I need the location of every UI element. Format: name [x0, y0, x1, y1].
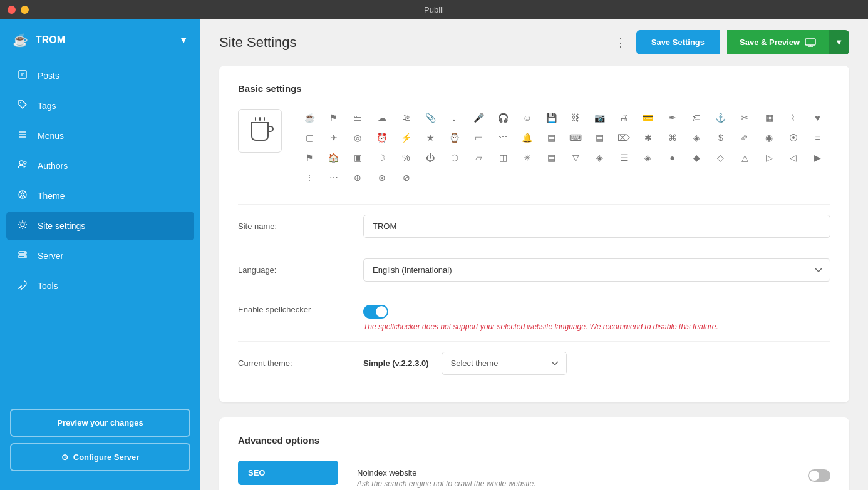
- icon-cell-57[interactable]: ☰: [615, 149, 633, 166]
- icon-cell-48[interactable]: %: [398, 149, 415, 166]
- preview-changes-button[interactable]: Preview your changes: [10, 409, 190, 437]
- icon-cell-49[interactable]: ⏻: [421, 149, 439, 166]
- icon-cell-2[interactable]: 🗃: [349, 109, 366, 126]
- icon-cell-1[interactable]: ⚑: [325, 109, 343, 126]
- noindex-toggle[interactable]: [808, 469, 830, 482]
- sidebar-item-theme[interactable]: Theme: [6, 181, 194, 210]
- sidebar-item-authors[interactable]: Authors: [6, 151, 194, 180]
- icon-cell-41[interactable]: ◉: [760, 129, 778, 146]
- sidebar-item-posts[interactable]: Posts: [6, 61, 194, 90]
- icon-cell-38[interactable]: ◈: [688, 129, 705, 146]
- icon-cell-9[interactable]: ☺: [519, 109, 536, 126]
- icon-cell-14[interactable]: 💳: [639, 109, 657, 126]
- icon-cell-5[interactable]: 📎: [421, 109, 439, 126]
- icon-cell-44[interactable]: ⚑: [301, 149, 318, 166]
- icon-cell-3[interactable]: ☁: [373, 109, 391, 126]
- icon-cell-40[interactable]: ✐: [736, 129, 753, 146]
- icon-cell-69[interactable]: ⊗: [373, 169, 391, 186]
- svg-line-15: [20, 193, 22, 194]
- icon-cell-65[interactable]: ▶: [809, 149, 826, 166]
- icon-cell-42[interactable]: ⦿: [785, 129, 802, 146]
- icon-cell-19[interactable]: ▦: [760, 109, 778, 126]
- icon-cell-32[interactable]: ▤: [542, 129, 560, 146]
- icon-cell-61[interactable]: ◇: [712, 149, 730, 166]
- icon-cell-13[interactable]: 🖨: [615, 109, 633, 126]
- svg-point-8: [24, 161, 26, 164]
- icon-cell-37[interactable]: ⌘: [664, 129, 681, 146]
- icon-cell-59[interactable]: ●: [664, 149, 681, 166]
- icon-cell-12[interactable]: 📷: [591, 109, 609, 126]
- icon-cell-25[interactable]: ⏰: [373, 129, 391, 146]
- sidebar-item-site-settings[interactable]: Site settings: [6, 212, 194, 240]
- tools-icon: [16, 280, 29, 292]
- icon-cell-39[interactable]: $: [712, 129, 730, 146]
- icon-cell-60[interactable]: ◆: [688, 149, 705, 166]
- icon-cell-4[interactable]: 🛍: [398, 109, 415, 126]
- icon-cell-64[interactable]: ◁: [785, 149, 802, 166]
- icon-cell-22[interactable]: ▢: [301, 129, 318, 146]
- adv-tab-seo[interactable]: SEO: [238, 461, 338, 485]
- icon-cell-7[interactable]: 🎤: [470, 109, 487, 126]
- save-settings-button[interactable]: Save Settings: [636, 30, 720, 54]
- sidebar-item-menus[interactable]: Menus: [6, 121, 194, 150]
- icon-cell-17[interactable]: ⚓: [712, 109, 730, 126]
- icon-cell-31[interactable]: 🔔: [519, 129, 536, 146]
- icon-cell-35[interactable]: ⌦: [615, 129, 633, 146]
- advanced-tab-content: Noindex website Ask the search engine no…: [338, 461, 830, 490]
- sidebar-dropdown-icon[interactable]: ▼: [179, 35, 188, 45]
- language-select[interactable]: English (International): [363, 258, 830, 282]
- minimize-btn[interactable]: [21, 6, 29, 14]
- sidebar-item-tools[interactable]: Tools: [6, 272, 194, 300]
- icon-cell-0[interactable]: ☕: [301, 109, 318, 126]
- icon-cell-28[interactable]: ⌚: [446, 129, 463, 146]
- current-icon-display[interactable]: [238, 109, 282, 153]
- icon-cell-51[interactable]: ▱: [470, 149, 487, 166]
- icon-cell-45[interactable]: 🏠: [325, 149, 343, 166]
- save-preview-button[interactable]: Save & Preview: [727, 30, 829, 54]
- icon-cell-33[interactable]: ⌨: [567, 129, 584, 146]
- more-menu-button[interactable]: ⋮: [612, 33, 629, 52]
- icon-cell-27[interactable]: ★: [421, 129, 439, 146]
- icon-cell-50[interactable]: ⬡: [446, 149, 463, 166]
- icon-cell-20[interactable]: ⌇: [785, 109, 802, 126]
- icon-cell-15[interactable]: ✒: [664, 109, 681, 126]
- icon-cell-66[interactable]: ⋮: [301, 169, 318, 186]
- close-btn[interactable]: [8, 6, 16, 14]
- icon-cell-30[interactable]: 〰: [494, 129, 512, 146]
- icon-cell-63[interactable]: ▷: [760, 149, 778, 166]
- icon-cell-16[interactable]: 🏷: [688, 109, 705, 126]
- sidebar-item-authors-label: Authors: [38, 161, 68, 171]
- select-theme-dropdown[interactable]: Select theme: [442, 352, 567, 375]
- icon-cell-34[interactable]: ▤: [591, 129, 609, 146]
- save-preview-dropdown-button[interactable]: ▼: [829, 30, 849, 54]
- icon-cell-8[interactable]: 🎧: [494, 109, 512, 126]
- icon-cell-47[interactable]: ☽: [373, 149, 391, 166]
- icon-cell-26[interactable]: ⚡: [398, 129, 415, 146]
- icon-cell-56[interactable]: ◈: [591, 149, 609, 166]
- icon-cell-53[interactable]: ✳: [519, 149, 536, 166]
- icon-cell-24[interactable]: ◎: [349, 129, 366, 146]
- icon-cell-62[interactable]: △: [736, 149, 753, 166]
- icon-cell-70[interactable]: ⊘: [398, 169, 415, 186]
- icon-cell-43[interactable]: ≡: [809, 129, 826, 146]
- icon-cell-55[interactable]: ▽: [567, 149, 584, 166]
- icon-cell-29[interactable]: ▭: [470, 129, 487, 146]
- icon-cell-23[interactable]: ✈: [325, 129, 343, 146]
- icon-cell-11[interactable]: ⛓: [567, 109, 584, 126]
- site-name-input[interactable]: [363, 215, 830, 238]
- icon-cell-18[interactable]: ✂: [736, 109, 753, 126]
- configure-server-button[interactable]: ⊙ Configure Server: [10, 443, 190, 471]
- icon-cell-21[interactable]: ♥: [809, 109, 826, 126]
- icon-cell-52[interactable]: ◫: [494, 149, 512, 166]
- icon-cell-10[interactable]: 💾: [542, 109, 560, 126]
- icon-cell-68[interactable]: ⊕: [349, 169, 366, 186]
- icon-cell-46[interactable]: ▣: [349, 149, 366, 166]
- icon-cell-58[interactable]: ◈: [639, 149, 657, 166]
- icon-cell-36[interactable]: ✱: [639, 129, 657, 146]
- sidebar-item-server[interactable]: Server: [6, 242, 194, 270]
- icon-cell-67[interactable]: ⋯: [325, 169, 343, 186]
- icon-cell-6[interactable]: ♩: [446, 109, 463, 126]
- sidebar-item-tags[interactable]: Tags: [6, 91, 194, 120]
- icon-cell-54[interactable]: ▤: [542, 149, 560, 166]
- spellchecker-toggle[interactable]: [363, 305, 388, 319]
